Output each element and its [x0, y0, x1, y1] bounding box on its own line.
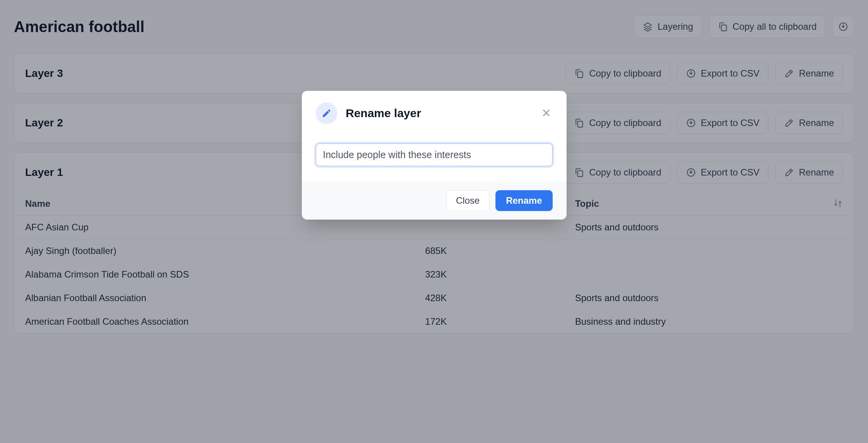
pencil-icon: [316, 102, 337, 124]
modal-body: [302, 132, 567, 182]
close-button[interactable]: Close: [446, 190, 489, 211]
modal-header: Rename layer ✕: [302, 91, 567, 132]
modal-close-button[interactable]: ✕: [540, 106, 553, 121]
modal-title: Rename layer: [346, 107, 421, 120]
rename-confirm-button[interactable]: Rename: [495, 190, 552, 211]
modal-header-left: Rename layer: [316, 102, 421, 124]
close-icon: ✕: [541, 107, 551, 119]
modal-footer: Close Rename: [302, 182, 567, 220]
modal-overlay[interactable]: Rename layer ✕ Close Rename: [0, 0, 868, 443]
rename-modal: Rename layer ✕ Close Rename: [302, 91, 567, 220]
rename-input[interactable]: [316, 143, 553, 166]
